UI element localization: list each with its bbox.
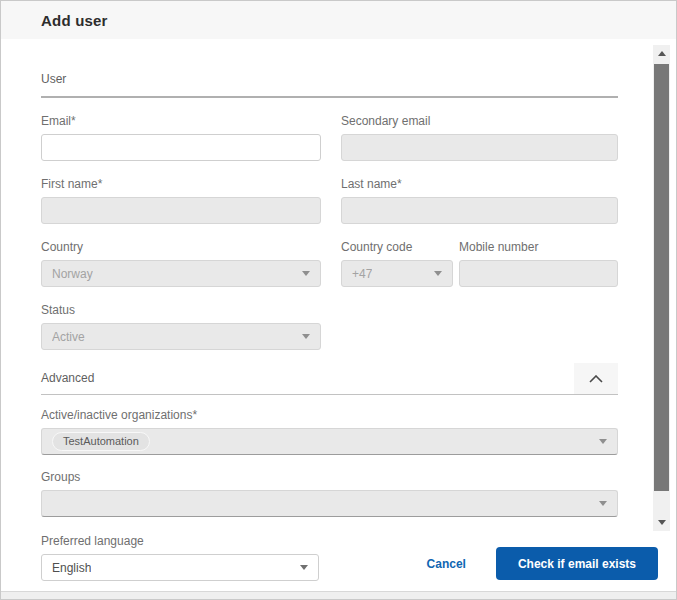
triangle-up-icon: [658, 51, 666, 56]
field-groups: Groups: [41, 470, 618, 517]
dialog-header: Add user: [1, 1, 676, 39]
field-first-name: First name*: [41, 177, 321, 224]
field-phone-group: Country code +47 Mobile number: [341, 240, 618, 287]
status-label: Status: [41, 303, 321, 317]
row-status: Status Active: [41, 303, 618, 350]
field-country-code: Country code +47: [341, 240, 453, 287]
section-advanced: Advanced: [41, 362, 618, 395]
country-value: Norway: [52, 267, 93, 281]
first-name-label: First name*: [41, 177, 321, 191]
country-code-select: +47: [341, 260, 453, 287]
groups-multiselect[interactable]: [41, 490, 618, 517]
email-input[interactable]: [41, 134, 321, 161]
caret-down-icon: [302, 334, 310, 339]
cancel-button[interactable]: Cancel: [427, 557, 466, 571]
row-organizations: Active/inactive organizations* TestAutom…: [41, 408, 618, 455]
field-status: Status Active: [41, 303, 321, 350]
horizontal-scrollbar-track: [1, 591, 676, 599]
section-user-label: User: [41, 72, 66, 86]
field-organizations: Active/inactive organizations* TestAutom…: [41, 408, 618, 455]
scrollbar-thumb[interactable]: [654, 64, 669, 491]
caret-down-icon: [434, 271, 442, 276]
preferred-language-select[interactable]: English: [41, 554, 319, 581]
add-user-dialog: Add user User Email* Secondary email Fir…: [0, 0, 677, 600]
last-name-label: Last name*: [341, 177, 618, 191]
organizations-label: Active/inactive organizations*: [41, 408, 618, 422]
advanced-collapse-button[interactable]: [574, 363, 618, 394]
country-select: Norway: [41, 260, 321, 287]
preferred-language-value: English: [52, 561, 91, 575]
groups-label: Groups: [41, 470, 618, 484]
section-advanced-label: Advanced: [41, 371, 94, 385]
section-user: User: [41, 69, 618, 98]
first-name-input: [41, 197, 321, 224]
dialog-title: Add user: [41, 12, 108, 29]
secondary-email-label: Secondary email: [341, 114, 618, 128]
row-email: Email* Secondary email: [41, 114, 618, 161]
mobile-number-input: [459, 260, 618, 287]
caret-down-icon: [599, 439, 607, 444]
secondary-email-input: [341, 134, 618, 161]
caret-down-icon: [599, 501, 607, 506]
email-label: Email*: [41, 114, 321, 128]
country-code-label: Country code: [341, 240, 453, 254]
scroll-down-button[interactable]: [653, 514, 670, 531]
field-country: Country Norway: [41, 240, 321, 287]
field-email: Email*: [41, 114, 321, 161]
caret-down-icon: [302, 271, 310, 276]
dialog-content: User Email* Secondary email First name* …: [41, 39, 618, 581]
country-label: Country: [41, 240, 321, 254]
check-email-exists-button[interactable]: Check if email exists: [496, 547, 658, 580]
status-select: Active: [41, 323, 321, 350]
organization-chip: TestAutomation: [52, 432, 150, 451]
row-groups: Groups: [41, 470, 618, 517]
mobile-number-label: Mobile number: [459, 240, 618, 254]
chevron-up-icon: [589, 371, 603, 386]
status-value: Active: [52, 330, 85, 344]
organizations-multiselect[interactable]: TestAutomation: [41, 428, 618, 455]
row-name: First name* Last name*: [41, 177, 618, 224]
preferred-language-label: Preferred language: [41, 534, 319, 548]
field-last-name: Last name*: [341, 177, 618, 224]
vertical-scrollbar[interactable]: [653, 45, 670, 531]
field-mobile-number: Mobile number: [459, 240, 618, 287]
row-country: Country Norway Country code +47 Mobile n…: [41, 240, 618, 287]
field-secondary-email: Secondary email: [341, 114, 618, 161]
dialog-footer: Cancel Check if email exists: [427, 547, 658, 580]
caret-down-icon: [300, 565, 308, 570]
last-name-input: [341, 197, 618, 224]
country-code-value: +47: [352, 267, 372, 281]
triangle-down-icon: [658, 520, 666, 525]
scroll-up-button[interactable]: [653, 45, 670, 62]
field-preferred-language: Preferred language English: [41, 534, 319, 581]
